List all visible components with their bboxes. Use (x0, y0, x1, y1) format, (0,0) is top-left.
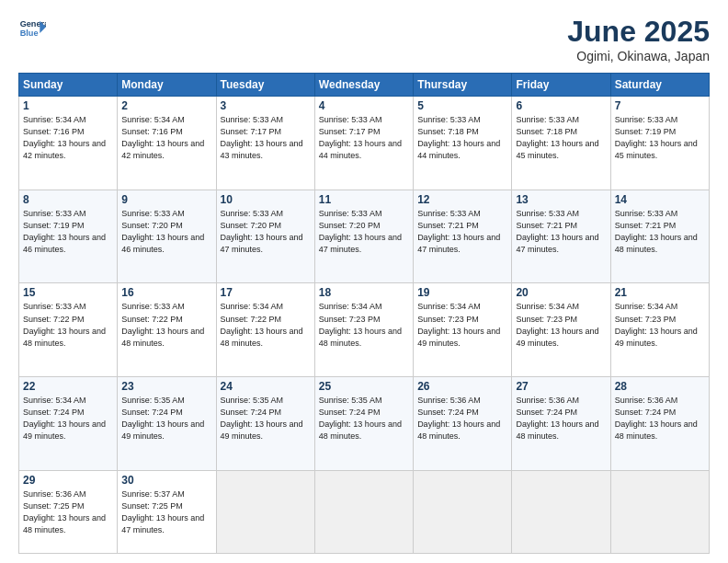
day-info: Sunrise: 5:33 AMSunset: 7:21 PMDaylight:… (615, 208, 705, 256)
day-info: Sunrise: 5:33 AMSunset: 7:19 PMDaylight:… (23, 208, 113, 256)
day-number: 24 (221, 380, 311, 393)
day-number: 30 (121, 474, 211, 487)
day-info: Sunrise: 5:33 AMSunset: 7:19 PMDaylight:… (615, 114, 705, 162)
day-info: Sunrise: 5:33 AMSunset: 7:18 PMDaylight:… (417, 114, 507, 162)
header-monday: Monday (118, 74, 216, 97)
header: General Blue June 2025 Ogimi, Okinawa, J… (18, 15, 710, 63)
day-number: 23 (121, 380, 211, 393)
day-number: 19 (417, 286, 507, 299)
header-friday: Friday (512, 74, 610, 97)
day-info: Sunrise: 5:36 AMSunset: 7:25 PMDaylight:… (23, 488, 113, 536)
day-22: 22 Sunrise: 5:34 AMSunset: 7:24 PMDaylig… (19, 377, 118, 471)
day-info: Sunrise: 5:37 AMSunset: 7:25 PMDaylight:… (121, 488, 211, 536)
day-number: 7 (615, 99, 705, 112)
header-saturday: Saturday (610, 74, 709, 97)
calendar-subtitle: Ogimi, Okinawa, Japan (567, 49, 710, 63)
day-8: 8 Sunrise: 5:33 AMSunset: 7:19 PMDayligh… (19, 190, 118, 283)
day-14: 14 Sunrise: 5:33 AMSunset: 7:21 PMDaylig… (610, 190, 709, 283)
day-number: 13 (516, 193, 606, 206)
title-block: June 2025 Ogimi, Okinawa, Japan (567, 15, 710, 63)
day-16: 16 Sunrise: 5:33 AMSunset: 7:22 PMDaylig… (118, 283, 216, 377)
day-number: 14 (615, 193, 705, 206)
day-number: 8 (23, 193, 113, 206)
day-24: 24 Sunrise: 5:35 AMSunset: 7:24 PMDaylig… (216, 377, 314, 471)
day-26: 26 Sunrise: 5:36 AMSunset: 7:24 PMDaylig… (414, 377, 512, 471)
svg-text:Blue: Blue (20, 29, 39, 38)
header-wednesday: Wednesday (314, 74, 413, 97)
day-number: 2 (121, 99, 211, 112)
day-15: 15 Sunrise: 5:33 AMSunset: 7:22 PMDaylig… (19, 283, 118, 377)
day-number: 15 (23, 286, 113, 299)
day-info: Sunrise: 5:35 AMSunset: 7:24 PMDaylight:… (221, 395, 311, 442)
day-info: Sunrise: 5:36 AMSunset: 7:24 PMDaylight:… (417, 395, 507, 442)
day-info: Sunrise: 5:33 AMSunset: 7:20 PMDaylight:… (221, 208, 311, 256)
day-info: Sunrise: 5:34 AMSunset: 7:23 PMDaylight:… (615, 301, 705, 349)
day-number: 26 (417, 380, 507, 393)
day-2: 2 Sunrise: 5:34 AMSunset: 7:16 PMDayligh… (118, 97, 216, 190)
day-number: 17 (221, 286, 311, 299)
day-number: 12 (417, 193, 507, 206)
day-19: 19 Sunrise: 5:34 AMSunset: 7:23 PMDaylig… (414, 283, 512, 377)
logo: General Blue (18, 15, 46, 42)
day-info: Sunrise: 5:33 AMSunset: 7:21 PMDaylight:… (417, 208, 507, 256)
day-info: Sunrise: 5:36 AMSunset: 7:24 PMDaylight:… (615, 395, 705, 442)
day-info: Sunrise: 5:35 AMSunset: 7:24 PMDaylight:… (121, 395, 211, 442)
day-number: 27 (516, 380, 606, 393)
day-7: 7 Sunrise: 5:33 AMSunset: 7:19 PMDayligh… (610, 97, 709, 190)
day-info: Sunrise: 5:33 AMSunset: 7:22 PMDaylight:… (121, 301, 211, 349)
day-5: 5 Sunrise: 5:33 AMSunset: 7:18 PMDayligh… (414, 97, 512, 190)
page: General Blue June 2025 Ogimi, Okinawa, J… (0, 0, 728, 563)
day-29: 29 Sunrise: 5:36 AMSunset: 7:25 PMDaylig… (19, 470, 118, 553)
day-info: Sunrise: 5:34 AMSunset: 7:16 PMDaylight:… (23, 114, 113, 162)
day-info: Sunrise: 5:34 AMSunset: 7:23 PMDaylight:… (417, 301, 507, 349)
header-thursday: Thursday (414, 74, 512, 97)
day-info: Sunrise: 5:33 AMSunset: 7:17 PMDaylight:… (221, 114, 311, 162)
day-27: 27 Sunrise: 5:36 AMSunset: 7:24 PMDaylig… (512, 377, 610, 471)
header-tuesday: Tuesday (216, 74, 314, 97)
day-info: Sunrise: 5:33 AMSunset: 7:20 PMDaylight:… (319, 208, 409, 256)
day-23: 23 Sunrise: 5:35 AMSunset: 7:24 PMDaylig… (118, 377, 216, 471)
day-number: 20 (516, 286, 606, 299)
day-20: 20 Sunrise: 5:34 AMSunset: 7:23 PMDaylig… (512, 283, 610, 377)
day-number: 9 (121, 193, 211, 206)
day-number: 22 (23, 380, 113, 393)
day-info: Sunrise: 5:34 AMSunset: 7:23 PMDaylight:… (516, 301, 606, 349)
empty-day (216, 470, 314, 553)
day-info: Sunrise: 5:33 AMSunset: 7:20 PMDaylight:… (121, 208, 211, 256)
empty-day (414, 470, 512, 553)
day-10: 10 Sunrise: 5:33 AMSunset: 7:20 PMDaylig… (216, 190, 314, 283)
day-info: Sunrise: 5:36 AMSunset: 7:24 PMDaylight:… (516, 395, 606, 442)
day-number: 6 (516, 99, 606, 112)
day-info: Sunrise: 5:33 AMSunset: 7:21 PMDaylight:… (516, 208, 606, 256)
calendar-title: June 2025 (567, 15, 710, 49)
day-number: 29 (23, 474, 113, 487)
day-30: 30 Sunrise: 5:37 AMSunset: 7:25 PMDaylig… (118, 470, 216, 553)
day-number: 21 (615, 286, 705, 299)
day-number: 3 (221, 99, 311, 112)
day-number: 16 (121, 286, 211, 299)
day-number: 25 (319, 380, 409, 393)
empty-day (512, 470, 610, 553)
day-number: 1 (23, 99, 113, 112)
calendar-table: Sunday Monday Tuesday Wednesday Thursday… (18, 73, 710, 554)
day-6: 6 Sunrise: 5:33 AMSunset: 7:18 PMDayligh… (512, 97, 610, 190)
empty-day (314, 470, 413, 553)
day-11: 11 Sunrise: 5:33 AMSunset: 7:20 PMDaylig… (314, 190, 413, 283)
day-info: Sunrise: 5:34 AMSunset: 7:24 PMDaylight:… (23, 395, 113, 442)
header-sunday: Sunday (19, 74, 118, 97)
day-12: 12 Sunrise: 5:33 AMSunset: 7:21 PMDaylig… (414, 190, 512, 283)
day-28: 28 Sunrise: 5:36 AMSunset: 7:24 PMDaylig… (610, 377, 709, 471)
day-1: 1 Sunrise: 5:34 AMSunset: 7:16 PMDayligh… (19, 97, 118, 190)
day-info: Sunrise: 5:33 AMSunset: 7:22 PMDaylight:… (23, 301, 113, 349)
day-info: Sunrise: 5:34 AMSunset: 7:22 PMDaylight:… (221, 301, 311, 349)
day-info: Sunrise: 5:33 AMSunset: 7:17 PMDaylight:… (319, 114, 409, 162)
day-13: 13 Sunrise: 5:33 AMSunset: 7:21 PMDaylig… (512, 190, 610, 283)
day-4: 4 Sunrise: 5:33 AMSunset: 7:17 PMDayligh… (314, 97, 413, 190)
day-25: 25 Sunrise: 5:35 AMSunset: 7:24 PMDaylig… (314, 377, 413, 471)
day-info: Sunrise: 5:34 AMSunset: 7:16 PMDaylight:… (121, 114, 211, 162)
day-number: 18 (319, 286, 409, 299)
day-3: 3 Sunrise: 5:33 AMSunset: 7:17 PMDayligh… (216, 97, 314, 190)
day-info: Sunrise: 5:33 AMSunset: 7:18 PMDaylight:… (516, 114, 606, 162)
day-21: 21 Sunrise: 5:34 AMSunset: 7:23 PMDaylig… (610, 283, 709, 377)
day-18: 18 Sunrise: 5:34 AMSunset: 7:23 PMDaylig… (314, 283, 413, 377)
